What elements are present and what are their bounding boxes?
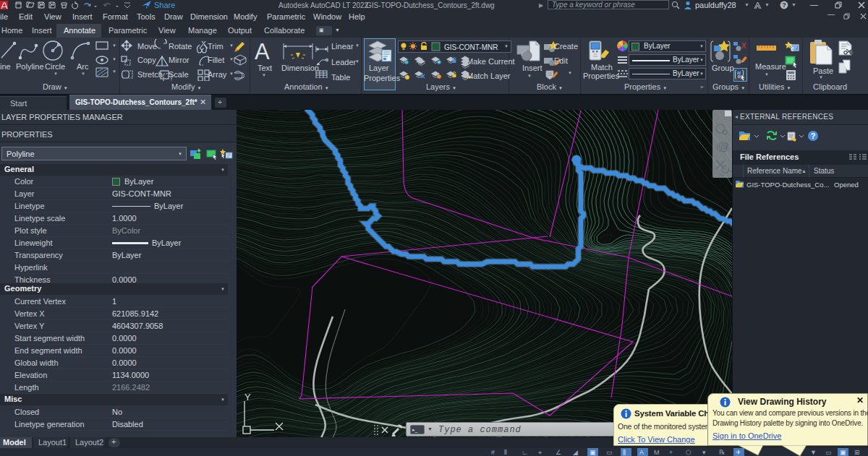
svg-text:?: ? <box>811 132 816 140</box>
svg-text:Y: Y <box>244 392 251 403</box>
svg-text:?: ? <box>782 1 786 9</box>
